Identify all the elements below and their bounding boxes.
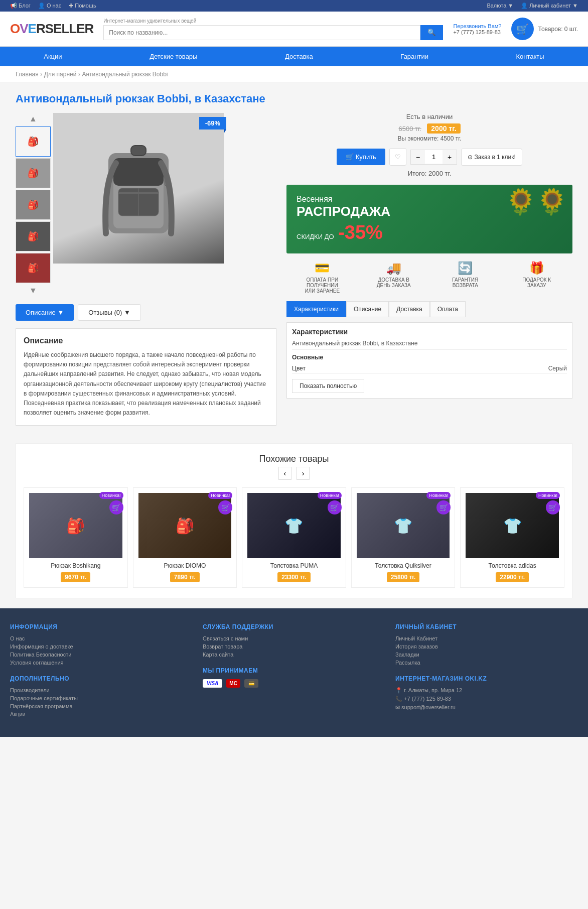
tab-desc[interactable]: Описание (346, 301, 389, 317)
footer-cabinet-title: ЛИЧНЫЙ КАБИНЕТ (395, 623, 578, 630)
footer-my-account[interactable]: Личный Кабинет (395, 635, 578, 641)
thumb-3[interactable]: 🎒 (16, 190, 51, 220)
similar-section: Похожие товары ‹ › Новинка! 🛒 🎒 Рюкзак B… (16, 443, 572, 598)
svg-rect-6 (113, 158, 164, 186)
products-grid: Новинка! 🛒 🎒 Рюкзак Boshikang 9670 тг. Н… (24, 487, 564, 588)
wishlist-button[interactable]: ♡ (389, 148, 406, 166)
footer-support: СЛУЖБА ПОДДЕРЖКИ Связаться с нами Возвра… (203, 623, 385, 719)
savings-text: Вы экономите: 4500 тг. (286, 135, 572, 142)
search-input[interactable] (103, 25, 420, 40)
footer-promotions[interactable]: Акции (10, 711, 193, 717)
footer-affiliate[interactable]: Партнёрская программа (10, 703, 193, 709)
footer: ИНФОРМАЦИЯ О нас Информация о доставке П… (0, 608, 588, 737)
top-bar-right: Валюта ▼ 👤 Личный кабинет ▼ (487, 3, 578, 9)
footer-manufacturers[interactable]: Производители (10, 687, 193, 693)
search-button[interactable]: 🔍 (420, 25, 443, 40)
delivery-icon: 🚚 (374, 261, 414, 275)
footer-delivery-info[interactable]: Информация о доставке (10, 643, 193, 650)
nav-promotions[interactable]: Акции (34, 47, 72, 66)
visa-payment-icon: VISA (203, 679, 222, 688)
thumb-5[interactable]: 🎒 (16, 253, 51, 283)
nav-warranty[interactable]: Гарантии (390, 47, 438, 66)
footer-gift-certs[interactable]: Подарочные сертификаты (10, 695, 193, 701)
main-content: Антивондальный рюкзак Bobbi, в Казахстан… (8, 92, 580, 598)
mastercard-icon: MC (226, 679, 240, 688)
price-area: 6500 тг. 2000 тг. (286, 124, 572, 133)
add-to-cart-3[interactable]: 🛒 (328, 500, 342, 514)
desc-text: Идейные соображения высшего порядка, а т… (24, 350, 268, 418)
nav-delivery[interactable]: Доставка (275, 47, 323, 66)
footer-phone: 📞 +7 (777) 125 89-83 (395, 696, 578, 702)
char-row-color: Цвет Серый (292, 363, 567, 374)
help-link[interactable]: ✚ Помощь (69, 3, 96, 9)
cart-icon[interactable]: 🛒 (511, 18, 534, 40)
one-click-button[interactable]: ⊙ Заказ в 1 клик! (461, 149, 522, 166)
thumb-up[interactable]: ▲ (28, 113, 39, 125)
description-tab[interactable]: Описание ▼ (16, 304, 74, 321)
nav-contacts[interactable]: Контакты (506, 47, 554, 66)
product-price-1: 9670 тг. (61, 572, 90, 582)
buy-button[interactable]: 🛒 Купить (337, 149, 385, 165)
add-to-cart-1[interactable]: 🛒 (109, 500, 123, 514)
feature-return: 🔄 ГАРАНТИЯ ВОЗВРАТА (445, 261, 485, 294)
tab-payment[interactable]: Оплата (430, 301, 466, 317)
feature-payment: 💳 ОПЛАТА ПРИ ПОЛУЧЕНИИ ИЛИ ЗАРАНЕЕ (302, 261, 342, 294)
breadcrumb-home[interactable]: Главная (16, 71, 39, 78)
new-badge-5: Новинка! (536, 492, 560, 499)
footer-orders[interactable]: История заказов (395, 643, 578, 650)
footer-shop-title: ИНТЕРНЕТ-МАГАЗИН OKI.KZ (395, 675, 578, 682)
product-name-4: Толстовка Quiksilver (357, 562, 450, 569)
desc-title: Описание (24, 336, 268, 345)
thumb-1[interactable]: 🎒 (16, 126, 51, 157)
quantity-control: − + (410, 150, 457, 165)
nav-kids[interactable]: Детские товары (139, 47, 207, 66)
blog-link[interactable]: 📢 Блог (10, 3, 31, 9)
product-card-2: Новинка! 🛒 🎒 Рюкзак DIOMO 7890 тг. (133, 487, 237, 588)
footer-about[interactable]: О нас (10, 635, 193, 641)
new-price: 2000 тг. (427, 123, 460, 134)
sale-badge: -69% (199, 117, 226, 129)
product-card-3: Новинка! 🛒 👕 Толстовка PUMA 23300 тг. (242, 487, 346, 588)
card-payment-icon: 💳 (244, 679, 258, 688)
account-dropdown[interactable]: 👤 Личный кабинет ▼ (521, 3, 578, 9)
similar-prev[interactable]: ‹ (278, 467, 292, 480)
qty-decrease[interactable]: − (411, 150, 425, 164)
thumb-2[interactable]: 🎒 (16, 158, 51, 188)
char-tab-list: Характеристики Описание Доставка Оплата (286, 301, 572, 317)
footer-bookmarks[interactable]: Закладки (395, 652, 578, 658)
product-name-2: Рюкзак DIOMO (138, 562, 232, 569)
footer-newsletter[interactable]: Рассылка (395, 660, 578, 666)
currency-dropdown[interactable]: Валюта ▼ (487, 3, 513, 9)
qty-increase[interactable]: + (443, 150, 457, 164)
navigation: Акции Детские товары Доставка Гарантии К… (0, 47, 588, 66)
qty-input[interactable] (425, 150, 443, 164)
about-link[interactable]: 👤 О нас (38, 3, 61, 9)
logo[interactable]: OVERSELLER (10, 21, 93, 37)
footer-sitemap[interactable]: Карта сайта (203, 652, 385, 658)
tab-characteristics[interactable]: Характеристики (286, 301, 346, 317)
product-name-5: Толстовка adidas (466, 562, 559, 569)
product-image-2: 🎒 (138, 493, 232, 558)
new-badge-3: Новинка! (318, 492, 342, 499)
footer-terms[interactable]: Условия соглашения (10, 660, 193, 666)
tab-delivery[interactable]: Доставка (389, 301, 430, 317)
similar-next[interactable]: › (297, 467, 310, 480)
banner-discount: -35% (338, 222, 383, 243)
cart-area[interactable]: 🛒 Товаров: 0 шт. (511, 18, 578, 40)
thumb-down[interactable]: ▼ (28, 285, 39, 297)
product-card-1: Новинка! 🛒 🎒 Рюкзак Boshikang 9670 тг. (24, 487, 128, 588)
footer-return[interactable]: Возврат товара (203, 643, 385, 650)
visa-icon: 💳 (302, 261, 342, 275)
product-price-5: 22900 тг. (496, 572, 529, 582)
show-more-button[interactable]: Показать полностью (292, 379, 364, 393)
product-left: ▲ 🎒 🎒 🎒 🎒 🎒 ▼ (16, 113, 276, 433)
gift-icon: 🎁 (517, 261, 557, 275)
reviews-tab[interactable]: Отзывы (0) ▼ (78, 304, 141, 321)
footer-privacy[interactable]: Политика Безопасности (10, 652, 193, 658)
thumb-4[interactable]: 🎒 (16, 221, 51, 251)
footer-info-title: ИНФОРМАЦИЯ (10, 623, 193, 630)
breadcrumb-category[interactable]: Для парней (44, 71, 77, 78)
footer-extra-title: ДОПОЛНИТЕЛЬНО (10, 675, 193, 682)
stock-status: Есть в наличии (286, 113, 572, 120)
footer-contact[interactable]: Связаться с нами (203, 635, 385, 641)
